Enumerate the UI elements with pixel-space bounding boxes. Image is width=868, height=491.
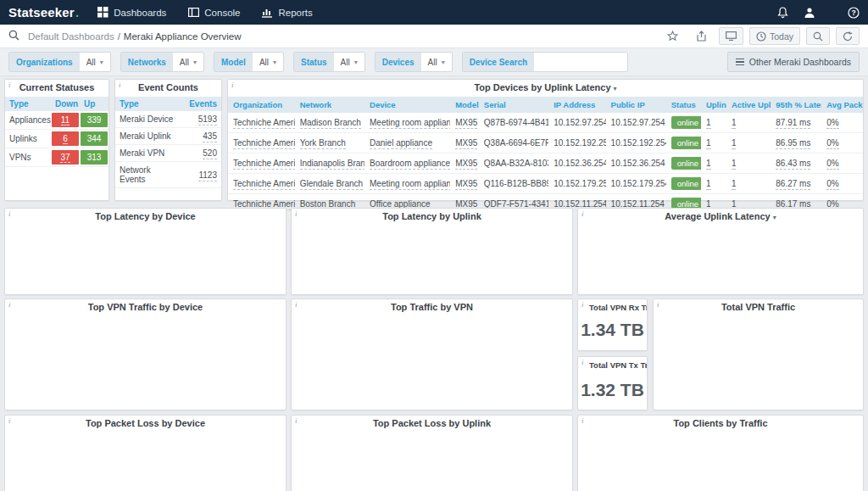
column-header[interactable]: IP Address: [548, 97, 605, 113]
info-icon[interactable]: i: [581, 300, 584, 309]
brand-logo[interactable]: Statseeker.: [8, 5, 79, 20]
time-range-button[interactable]: Today: [749, 27, 800, 45]
favorite-button[interactable]: [661, 28, 684, 44]
user-menu-button[interactable]: [804, 7, 815, 19]
cell-link[interactable]: York Branch: [300, 138, 346, 149]
info-icon[interactable]: i: [8, 416, 11, 425]
cell-link[interactable]: 0%: [826, 138, 838, 149]
help-button[interactable]: ?: [848, 7, 860, 19]
cell-link[interactable]: Indianapolis Branch: [300, 159, 364, 170]
cell-link[interactable]: 1: [732, 179, 737, 190]
cell-link[interactable]: 87.91 ms: [776, 118, 810, 129]
cell-link[interactable]: Techniche Americas: [233, 118, 295, 129]
cell-link[interactable]: 1: [706, 179, 711, 190]
cell-link[interactable]: Glendale Branch: [300, 179, 364, 190]
cell-link[interactable]: MX95: [455, 118, 477, 129]
cell-link[interactable]: 86.95 ms: [776, 138, 810, 149]
event-count-link[interactable]: 435: [203, 131, 217, 142]
info-icon[interactable]: i: [8, 209, 11, 218]
cell-link[interactable]: 1: [732, 118, 737, 129]
cell-link[interactable]: Daniel appliance: [370, 138, 432, 149]
column-header[interactable]: Type: [115, 97, 181, 111]
cell-link[interactable]: 0%: [826, 159, 838, 170]
info-icon[interactable]: i: [581, 358, 584, 366]
column-header[interactable]: Public IP: [606, 97, 666, 113]
panel-title[interactable]: Top Devices by Uplink Latency: [474, 82, 610, 92]
up-count[interactable]: 344: [81, 131, 108, 146]
down-count[interactable]: 11: [52, 113, 79, 127]
panel-title: Event Counts: [115, 80, 221, 94]
up-count[interactable]: 313: [81, 150, 108, 165]
down-count[interactable]: 37: [52, 150, 79, 165]
info-icon[interactable]: i: [295, 300, 298, 309]
filter-organizations-select[interactable]: All▾: [80, 53, 110, 71]
nav-dashboards[interactable]: Dashboards: [97, 7, 166, 18]
share-button[interactable]: [690, 28, 713, 44]
cell-link[interactable]: 1: [706, 159, 711, 170]
info-icon[interactable]: i: [581, 209, 584, 218]
column-header[interactable]: Network: [295, 97, 364, 113]
cell-link[interactable]: 86.43 ms: [776, 159, 810, 170]
filter-networks-select[interactable]: All▾: [173, 53, 203, 71]
cell-link[interactable]: 1: [732, 159, 737, 170]
column-header[interactable]: Active Uplinks: [726, 97, 771, 113]
cell-link[interactable]: 1: [706, 138, 711, 149]
nav-reports[interactable]: Reports: [262, 8, 312, 18]
cell-link[interactable]: Boardroom appliance: [370, 159, 450, 170]
column-header[interactable]: Type: [5, 97, 51, 111]
column-header[interactable]: Avg Packet Loss: [821, 97, 863, 113]
column-header[interactable]: Model: [450, 97, 479, 113]
cell-link[interactable]: Techniche Americas: [233, 179, 295, 190]
table-row: Meraki Uplink435: [115, 128, 221, 145]
info-icon[interactable]: i: [231, 81, 234, 89]
column-header[interactable]: Down: [51, 97, 80, 111]
device-search-input[interactable]: [534, 53, 627, 71]
cell-link[interactable]: Techniche Americas: [233, 159, 295, 170]
column-header[interactable]: 95th % Latency ▾: [771, 97, 821, 113]
breadcrumb-root[interactable]: Default Dashboards: [28, 31, 114, 42]
info-icon[interactable]: i: [581, 416, 584, 425]
present-button[interactable]: [719, 27, 743, 45]
column-header[interactable]: Status: [666, 97, 701, 113]
info-icon[interactable]: i: [657, 300, 659, 309]
refresh-button[interactable]: [836, 27, 860, 45]
column-header[interactable]: Uplinks: [701, 97, 726, 113]
column-header[interactable]: Device: [364, 97, 450, 113]
cell-link[interactable]: 1: [706, 118, 711, 129]
info-icon[interactable]: i: [119, 81, 121, 89]
notifications-button[interactable]: [777, 7, 788, 19]
up-count[interactable]: 339: [81, 113, 108, 127]
column-header[interactable]: Serial: [479, 97, 548, 113]
filter-status-select[interactable]: All▾: [334, 53, 364, 71]
info-icon[interactable]: i: [8, 81, 11, 89]
zoom-button[interactable]: [806, 27, 830, 45]
event-count-link[interactable]: 5193: [198, 114, 217, 126]
filter-model-select[interactable]: All▾: [253, 53, 283, 71]
event-count-link[interactable]: 1123: [198, 170, 217, 181]
chevron-down-icon: ▾: [273, 59, 276, 66]
info-icon[interactable]: i: [8, 300, 11, 309]
cell-link[interactable]: 86.27 ms: [776, 179, 810, 190]
nav-console[interactable]: Console: [188, 8, 240, 18]
cell-link[interactable]: MX95: [455, 138, 477, 149]
column-header[interactable]: Up: [80, 97, 108, 111]
cell-link[interactable]: MX95: [455, 179, 477, 190]
column-header[interactable]: Organization: [228, 97, 295, 113]
column-header[interactable]: Events: [181, 97, 221, 111]
filter-devices-select[interactable]: All▾: [421, 53, 452, 71]
cell-link[interactable]: Meeting room appliance: [370, 118, 450, 129]
cell-link[interactable]: Meeting room appliance: [370, 179, 450, 190]
search-icon[interactable]: [8, 29, 19, 44]
cell-link[interactable]: 0%: [826, 118, 838, 129]
info-icon[interactable]: i: [295, 209, 298, 218]
cell-link[interactable]: Madison Branch: [300, 118, 361, 129]
info-icon[interactable]: i: [295, 416, 298, 425]
event-count-link[interactable]: 520: [203, 148, 217, 159]
cell-link[interactable]: Techniche Americas: [233, 138, 295, 149]
cell-link[interactable]: 1: [732, 138, 737, 149]
panel-title[interactable]: Average Uplink Latency: [665, 211, 770, 221]
other-meraki-dashboards-button[interactable]: Other Meraki Dashboards: [727, 52, 860, 72]
cell-link[interactable]: MX95: [455, 159, 477, 170]
down-count[interactable]: 6: [52, 131, 79, 146]
cell-link[interactable]: 0%: [826, 179, 838, 190]
